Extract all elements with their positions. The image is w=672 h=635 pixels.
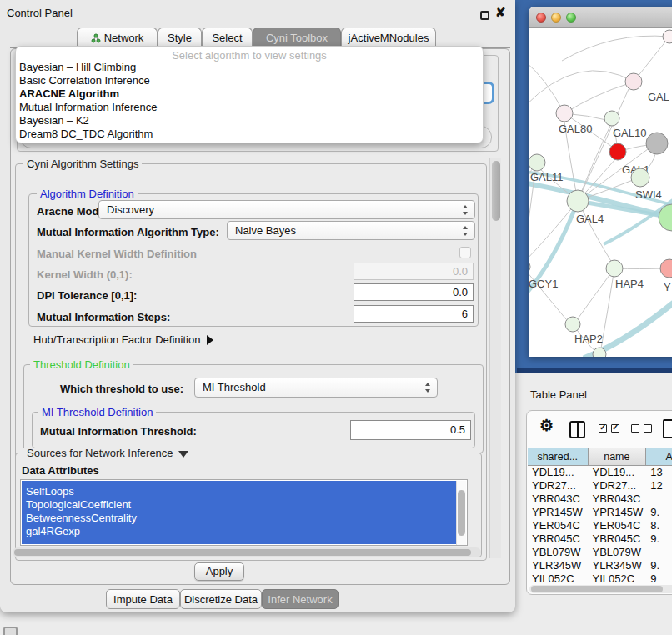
network-node-gal10[interactable] — [604, 111, 619, 126]
scrollbar-thumb[interactable] — [492, 161, 500, 221]
column-header[interactable]: name — [589, 448, 647, 465]
tab-discretize-data[interactable]: Discretize Data — [180, 589, 262, 609]
network-node-hap2[interactable] — [565, 317, 580, 332]
algorithm-option[interactable]: ARACNE Algorithm — [16, 88, 483, 101]
node-label: GAL11 — [530, 171, 564, 183]
network-node-gal80[interactable] — [556, 105, 573, 122]
list-vertical-scrollbar[interactable] — [456, 481, 466, 545]
settings-vertical-scrollbar[interactable] — [489, 158, 501, 558]
minimize-traffic-light-icon[interactable] — [551, 12, 561, 22]
table-rows[interactable]: YDL19...YDL19...13YDR27...YDR27...12YBR0… — [528, 466, 672, 586]
table-row[interactable]: YDR27...YDR27...12 — [528, 479, 672, 492]
table-cell: YDR27... — [528, 479, 588, 492]
network-node-gcy1[interactable] — [529, 259, 530, 274]
unchecked-pair-icon[interactable] — [631, 424, 652, 432]
table-cell: 9 — [646, 572, 672, 586]
close-icon[interactable]: ✘ — [495, 5, 506, 20]
mi-type-label: Mutual Information Algorithm Type: — [37, 226, 219, 238]
which-threshold-combo[interactable]: MI Threshold — [194, 378, 438, 398]
network-node-gal1[interactable] — [609, 143, 626, 160]
node-label: HAP4 — [615, 278, 644, 290]
float-window-icon[interactable] — [480, 11, 489, 20]
table-cell: YBR043C — [528, 492, 588, 506]
network-node[interactable] — [646, 132, 668, 154]
mi-algorithm-type-combo[interactable]: Naive Bayes — [227, 221, 475, 240]
column-header[interactable]: shared... — [528, 448, 589, 465]
attribute-item[interactable]: BetweennessCentrality — [21, 512, 467, 525]
table-row[interactable]: YER054CYER054C8. — [528, 519, 672, 532]
control-panel-titlebar[interactable]: Control Panel ✘ — [0, 0, 515, 25]
dpi-tolerance-field[interactable]: 0.0 — [354, 283, 474, 301]
network-node-hap4[interactable] — [606, 260, 623, 277]
network-edge[interactable] — [529, 71, 634, 107]
table-row[interactable]: YIL052CYIL052C9 — [528, 572, 672, 586]
network-window-titlebar[interactable] — [529, 7, 672, 28]
minimized-panel-icon[interactable] — [3, 627, 18, 635]
network-canvas[interactable]: GALGAL80GAL10GAL1GAL11SWI4GAL4GCY1HAP4YH… — [529, 28, 672, 357]
window-bottom-edge — [517, 368, 672, 373]
table-cell: YLR345W — [528, 559, 588, 572]
manual-kernel-checkbox[interactable] — [459, 247, 471, 258]
network-edge[interactable] — [529, 267, 566, 319]
scrollbar-thumb[interactable] — [458, 490, 465, 536]
hub-definition-toggle[interactable]: Hub/Transcription Factor Definition — [33, 333, 213, 346]
table-cell — [646, 546, 672, 559]
table-horizontal-scrollbar[interactable] — [529, 585, 672, 593]
algorithm-option[interactable]: Mutual Information Inference — [16, 101, 483, 114]
gear-icon[interactable]: ⚙ — [539, 416, 554, 435]
network-node-swi4[interactable] — [631, 168, 649, 187]
network-node-gal[interactable] — [625, 73, 642, 90]
node-label: Y — [664, 281, 671, 293]
attribute-item[interactable]: gal4RGexp — [21, 525, 467, 538]
popup-item-list[interactable]: Bayesian – Hill ClimbingBasic Correlatio… — [16, 61, 483, 141]
table-row[interactable]: YBR045CYBR045C9. — [528, 532, 672, 546]
scrollbar-thumb[interactable] — [14, 549, 471, 556]
table-cell: YBL079W — [588, 546, 646, 559]
scrollbar-thumb[interactable] — [531, 586, 663, 592]
table-row[interactable]: YLR345WYLR345W9. — [528, 559, 672, 572]
network-edge[interactable] — [601, 268, 614, 348]
node-table[interactable]: shared...nameA YDL19...YDL19...13YDR27..… — [528, 448, 672, 586]
table-row[interactable]: YBR043CYBR043C — [528, 492, 672, 506]
tab-impute-data[interactable]: Impute Data — [106, 589, 180, 609]
aracne-mode-combo[interactable]: Discovery — [98, 200, 475, 219]
table-cell — [646, 492, 672, 506]
algorithm-option[interactable]: Basic Correlation Inference — [16, 74, 483, 88]
algorithm-option[interactable]: Bayesian – K2 — [16, 114, 483, 128]
table-row[interactable]: YDL19...YDL19...13 — [528, 466, 672, 479]
table-cell: YER054C — [528, 519, 588, 532]
table-header[interactable]: shared...nameA — [528, 448, 672, 466]
columns-icon[interactable] — [569, 421, 585, 438]
mi-threshold-field[interactable]: 0.5 — [350, 420, 471, 440]
document-icon[interactable] — [663, 419, 672, 438]
network-node[interactable] — [593, 348, 606, 357]
table-cell: YBR043C — [588, 492, 646, 506]
algorithm-option[interactable]: Dream8 DC_TDC Algorithm — [16, 128, 483, 141]
data-attributes-list[interactable]: SelfLoopsTopologicalCoefficientBetweenne… — [20, 479, 468, 546]
algorithm-option[interactable]: Bayesian – Hill Climbing — [16, 61, 483, 74]
network-edge[interactable] — [579, 268, 614, 318]
table-row[interactable]: YPR145WYPR145W9. — [528, 506, 672, 519]
mi-steps-field[interactable]: 6 — [354, 305, 474, 322]
network-edge-highlighted[interactable] — [584, 296, 672, 357]
zoom-traffic-light-icon[interactable] — [566, 12, 576, 22]
network-node-y[interactable] — [660, 259, 672, 278]
tab-infer-network[interactable]: Infer Network — [262, 589, 339, 609]
column-header[interactable]: A — [646, 448, 672, 465]
network-edge[interactable] — [564, 84, 627, 113]
node-label: SWI4 — [635, 188, 662, 201]
network-node[interactable] — [663, 30, 672, 43]
network-node-gal4[interactable] — [567, 190, 589, 212]
attribute-item[interactable]: TopologicalCoefficient — [21, 498, 467, 512]
table-row[interactable]: YBL079WYBL079W — [528, 546, 672, 559]
checked-pair-icon[interactable] — [599, 424, 619, 432]
sources-title[interactable]: Sources for Network Inference — [23, 448, 192, 458]
attribute-item[interactable]: SelfLoops — [21, 485, 467, 498]
stepper-icon — [425, 382, 431, 393]
close-traffic-light-icon[interactable] — [536, 12, 546, 22]
kernel-width-field[interactable]: 0.0 — [354, 262, 474, 280]
apply-button[interactable]: Apply — [194, 562, 244, 581]
network-node-gal11[interactable] — [529, 154, 545, 171]
algorithm-dropdown-popup[interactable]: Select algorithm to view settings Bayesi… — [15, 46, 484, 143]
table-cell: 13 — [646, 466, 672, 479]
